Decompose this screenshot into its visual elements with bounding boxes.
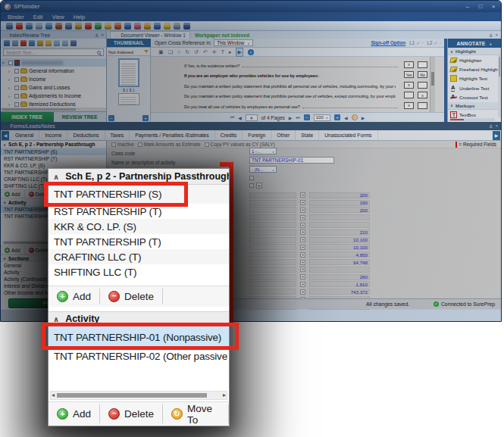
class-code-dropdown[interactable]: 1 -... — [249, 148, 277, 155]
expand-icon[interactable] — [8, 102, 13, 107]
document-tool-icon[interactable]: ▣ — [158, 48, 164, 56]
toolbar-icon[interactable] — [65, 23, 72, 30]
close-button[interactable] — [490, 3, 497, 10]
annotate-tool-item[interactable]: Underline Text — [448, 83, 501, 92]
pin-icon[interactable] — [489, 123, 493, 129]
yes-checkbox[interactable] — [404, 92, 414, 98]
form-input-field[interactable] — [249, 259, 296, 265]
entity-list-item[interactable]: SHIFTING LLC (T) — [49, 264, 229, 279]
form-value-field[interactable]: 190 — [309, 200, 370, 206]
history-icon[interactable]: ⟳ — [352, 114, 358, 120]
mark-estimate-checkbox[interactable]: Mark Amounts as Estimate — [138, 142, 201, 147]
toolbar-icon[interactable] — [174, 23, 180, 30]
toolbar-icon[interactable] — [183, 23, 190, 30]
search-icon[interactable] — [97, 51, 101, 55]
tree-checkbox[interactable] — [8, 61, 13, 65]
search-input[interactable]: Search Text... — [3, 48, 104, 56]
form-value-field[interactable]: 94,748 — [309, 259, 370, 265]
expand-field-button[interactable] — [300, 282, 305, 287]
expand-icon[interactable] — [8, 94, 13, 98]
tree-toolbar-icon[interactable] — [45, 40, 52, 46]
form-input-field[interactable] — [249, 192, 296, 198]
toolbar-icon[interactable] — [16, 23, 23, 30]
yes-checkbox[interactable]: x — [404, 82, 414, 89]
tree-checkbox[interactable] — [14, 86, 19, 90]
forms-tab[interactable]: State — [296, 130, 319, 140]
expand-icon[interactable] — [8, 86, 13, 90]
select-cursor-tool-icon[interactable]: ▶ — [236, 48, 243, 57]
expand-icon[interactable] — [8, 69, 13, 73]
form-value-field[interactable]: 10,100 — [309, 244, 370, 250]
expand-field-button[interactable] — [300, 229, 305, 235]
form-value-field[interactable] — [309, 214, 370, 220]
no-checkbox[interactable] — [418, 102, 427, 109]
expand-icon[interactable] — [8, 77, 13, 82]
form-value-field[interactable]: 260 — [309, 274, 370, 280]
tree-item[interactable]: General information — [1, 67, 106, 75]
toolbar-icon[interactable] — [134, 23, 141, 30]
yes-checkbox[interactable]: x — [404, 102, 414, 109]
page-thumbnail-next[interactable] — [118, 93, 139, 105]
form-input-field[interactable] — [249, 251, 296, 258]
annotate-tool-item[interactable]: Freehand Highlighter — [448, 64, 501, 73]
tree-toolbar-icon[interactable] — [62, 40, 68, 46]
document-tool-icon[interactable]: ↺ — [194, 48, 199, 56]
delete-activity-button[interactable]: Delete — [100, 404, 163, 423]
expand-field-button[interactable] — [300, 237, 305, 242]
toolbar-icon[interactable] — [164, 23, 171, 30]
tree-toolbar-icon[interactable] — [29, 40, 35, 46]
expand-field-button[interactable] — [300, 252, 305, 258]
tree-item[interactable]: Itemized Deductions — [1, 100, 106, 108]
tree-item[interactable]: Gains and Losses — [1, 83, 106, 92]
add-entity-button[interactable]: Add — [49, 289, 100, 304]
document-tool-icon[interactable]: ↶ — [203, 48, 208, 56]
menu-item[interactable]: Edit — [33, 14, 43, 20]
info-icon[interactable]: i — [248, 49, 254, 55]
tabs-scroll-right-button[interactable]: ▶ — [493, 131, 500, 140]
filter-icon[interactable] — [144, 50, 149, 53]
tree-horizontal-scrollbar[interactable] — [1, 108, 106, 111]
close-panel-icon[interactable] — [495, 123, 498, 129]
forms-tab[interactable]: Credits — [215, 130, 243, 140]
next-page-button[interactable]: ▶ — [289, 115, 293, 120]
first-page-button[interactable]: ⏮ — [230, 115, 234, 120]
signoff-level-2[interactable]: L2 · — [427, 40, 441, 45]
annotate-tool-item[interactable]: Crossout Text — [448, 93, 501, 102]
toolbar-icon[interactable] — [154, 23, 161, 30]
maximize-button[interactable] — [477, 3, 484, 10]
form-value-field[interactable] — [309, 267, 370, 273]
form-input-field[interactable] — [249, 229, 296, 236]
move-to-button[interactable]: Move To — [163, 404, 229, 423]
activity-type-dropdown[interactable]: - (N... — [249, 166, 277, 173]
toolbar-icon[interactable] — [105, 23, 111, 30]
forms-tab[interactable]: Taxes — [105, 130, 130, 140]
tree-toolbar-icon[interactable] — [37, 40, 43, 46]
toolbar-icon[interactable] — [95, 23, 102, 30]
zoom-level-dropdown[interactable]: 100 — [314, 114, 330, 121]
tabs-scroll-left-button[interactable]: ◀ — [2, 131, 9, 140]
expand-field-button[interactable] — [300, 223, 305, 228]
tree-toolbar-icon[interactable] — [20, 40, 27, 46]
delete-entity-button[interactable]: Delete — [100, 289, 163, 304]
no-checkbox[interactable] — [418, 82, 427, 89]
tree-toolbar-icon[interactable] — [54, 40, 60, 46]
form-input-field[interactable] — [249, 289, 296, 295]
tree-checkbox[interactable] — [14, 102, 19, 107]
form-value-field[interactable]: 200 — [309, 192, 370, 198]
tab-review-tree[interactable]: REVIEW TREE — [54, 112, 107, 122]
previous-page-button[interactable]: ◀ — [238, 115, 242, 120]
cross-ref-dropdown[interactable]: This Window — [214, 39, 252, 46]
form-input-field[interactable] — [249, 200, 296, 206]
tab-index-tree[interactable]: INDEX TREE — [1, 112, 54, 122]
tree-toolbar-icon[interactable] — [70, 40, 77, 46]
inactive-checkbox[interactable]: Inactive — [111, 142, 134, 147]
annotate-tool-item[interactable]: Highlighter — [448, 55, 501, 64]
minimize-button[interactable] — [464, 3, 471, 10]
toolbar-icon[interactable] — [6, 23, 13, 30]
document-tool-icon[interactable]: T — [221, 48, 224, 56]
document-vertical-scrollbar[interactable] — [430, 57, 435, 112]
thumbnail-filter-dropdown[interactable]: Not Indexed — [108, 49, 133, 55]
tree-item[interactable]: Adjustments to Income — [1, 92, 106, 100]
form-input-field[interactable] — [249, 274, 296, 280]
forms-tab[interactable]: Other — [271, 130, 296, 140]
